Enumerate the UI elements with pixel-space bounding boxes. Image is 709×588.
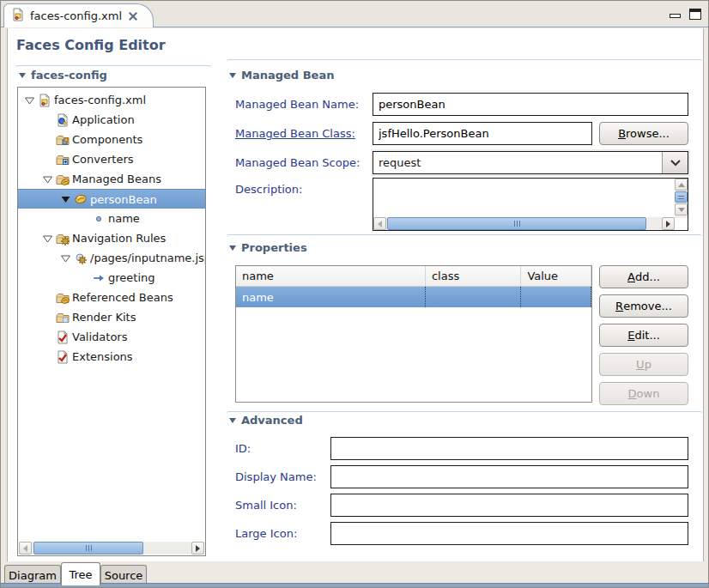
property-bullet-icon — [91, 212, 106, 226]
managed-bean-class-link[interactable]: Managed Bean Class: — [235, 127, 355, 140]
scroll-right-icon[interactable] — [662, 217, 675, 230]
advanced-title: Advanced — [241, 414, 303, 427]
tree-item-validators[interactable]: Validators — [18, 327, 205, 347]
scroll-up-icon[interactable] — [675, 179, 688, 191]
column-header-value[interactable]: Value — [521, 266, 591, 286]
minimize-icon[interactable] — [670, 14, 681, 18]
table-cell-value — [521, 287, 591, 307]
managed-bean-scope-select[interactable]: request — [373, 151, 688, 174]
navigation-rules-folder-icon — [55, 232, 70, 246]
eclipse-editor-window: faces-config.xml Faces Config Editor fac… — [0, 0, 709, 588]
maximize-icon[interactable] — [689, 9, 701, 20]
tree-item-label: personBean — [90, 193, 157, 206]
remove-button[interactable]: Remove... — [599, 294, 688, 318]
navigation-case-arrow-icon — [91, 271, 106, 285]
tree-item-label: faces-config.xml — [54, 94, 146, 106]
managed-bean-class-input[interactable] — [373, 122, 592, 145]
tree-expander-icon[interactable] — [40, 234, 55, 243]
tree-item-label: Referenced Beans — [72, 291, 173, 304]
id-input[interactable] — [330, 437, 688, 460]
tree-item-application[interactable]: Application — [18, 110, 205, 130]
tree-hscrollbar-thumb[interactable] — [33, 542, 143, 555]
tree-item-extensions[interactable]: Extensions — [18, 347, 205, 367]
bottom-frame-strip — [1, 583, 709, 587]
page-title: Faces Config Editor — [16, 37, 166, 53]
description-vscrollbar[interactable] — [675, 179, 688, 218]
components-folder-icon — [55, 133, 70, 147]
properties-table: nameclassValue name — [235, 265, 592, 403]
small-icon-input[interactable] — [330, 494, 688, 517]
tree-item-label: Converters — [72, 153, 134, 166]
table-row[interactable]: name — [236, 287, 591, 307]
managed-beans-folder-icon — [55, 173, 70, 186]
add-button[interactable]: Add... — [599, 265, 688, 288]
scroll-left-icon[interactable] — [19, 542, 32, 555]
section-collapse-icon — [229, 418, 236, 423]
managed-bean-separator — [227, 59, 702, 62]
managed-bean-header[interactable]: Managed Bean — [229, 69, 334, 82]
section-collapse-icon — [229, 246, 236, 251]
chevron-down-icon[interactable] — [662, 152, 688, 173]
editor-area: Faces Config Editor faces-config faces-c… — [7, 28, 704, 561]
scroll-left-icon[interactable] — [373, 217, 386, 230]
application-icon — [55, 113, 70, 127]
description-vscrollbar-thumb[interactable] — [675, 191, 688, 203]
tree-item-greeting[interactable]: greeting — [18, 268, 205, 288]
xml-file-icon — [37, 94, 52, 107]
description-label: Description: — [235, 183, 302, 196]
description-textarea[interactable] — [373, 178, 688, 231]
tree-item-label: name — [108, 212, 140, 225]
managed-bean-title: Managed Bean — [241, 69, 334, 82]
edit-button[interactable]: Edit... — [599, 324, 688, 347]
column-header-class[interactable]: class — [426, 266, 521, 286]
tree-item-pages-inputname-jsp[interactable]: /pages/inputname.jsp — [18, 248, 205, 268]
description-hscrollbar-thumb[interactable] — [387, 217, 646, 230]
tree-item-components[interactable]: Components — [18, 130, 205, 149]
tree-hscrollbar[interactable] — [19, 542, 204, 555]
description-hscrollbar[interactable] — [373, 217, 675, 230]
tree-section-title: faces-config — [31, 69, 107, 82]
tree-item-faces-config-xml[interactable]: faces-config.xml — [18, 90, 205, 110]
tree-item-referenced-beans[interactable]: Referenced Beans — [18, 288, 205, 307]
tree-section-separator — [15, 65, 211, 68]
tree-item-label: Navigation Rules — [72, 232, 166, 245]
tree-item-label: Render Kits — [72, 311, 136, 324]
table-cell-name: name — [236, 287, 426, 307]
display-name-label: Display Name: — [235, 470, 317, 483]
managed-bean-name-input[interactable] — [373, 93, 688, 116]
tree-item-render-kits[interactable]: Render Kits — [18, 307, 205, 327]
tree-item-label: Application — [72, 113, 135, 126]
display-name-input[interactable] — [330, 465, 688, 488]
xml-file-icon — [11, 8, 25, 24]
tree-item-label: greeting — [108, 271, 155, 284]
tree-expander-icon[interactable] — [40, 175, 55, 184]
tree-expander-icon[interactable] — [58, 195, 73, 203]
tree-item-personbean[interactable]: personBean — [18, 189, 205, 209]
properties-table-header: nameclassValue — [236, 266, 591, 287]
tree-item-managed-beans[interactable]: Managed Beans — [18, 169, 205, 189]
managed-bean-name-label: Managed Bean Name: — [235, 98, 359, 111]
scroll-right-icon[interactable] — [191, 542, 204, 555]
tab-tree[interactable]: Tree — [61, 562, 100, 585]
advanced-header[interactable]: Advanced — [229, 414, 303, 427]
tree-expander-icon[interactable] — [58, 254, 73, 263]
large-icon-input[interactable] — [330, 522, 688, 545]
tree-section-header[interactable]: faces-config — [19, 69, 107, 82]
page-gear-icon — [73, 252, 88, 265]
tree-expander-icon[interactable] — [22, 96, 37, 105]
scroll-down-icon[interactable] — [675, 203, 688, 215]
tab-faces-config-xml[interactable]: faces-config.xml — [3, 3, 154, 27]
tab-title: faces-config.xml — [30, 9, 122, 22]
column-header-name[interactable]: name — [236, 266, 426, 286]
browse-button[interactable]: Browse... — [599, 122, 688, 145]
small-icon-label: Small Icon: — [235, 499, 297, 512]
properties-header[interactable]: Properties — [229, 241, 307, 254]
large-icon-label: Large Icon: — [235, 527, 297, 540]
extensions-icon — [55, 350, 70, 364]
tree-item-navigation-rules[interactable]: Navigation Rules — [18, 228, 205, 248]
tree-item-converters[interactable]: Converters — [18, 149, 205, 169]
close-icon[interactable] — [127, 10, 139, 22]
converters-folder-icon — [55, 153, 70, 167]
managed-bean-scope-label: Managed Bean Scope: — [235, 156, 360, 169]
tree-item-name[interactable]: name — [18, 209, 205, 228]
